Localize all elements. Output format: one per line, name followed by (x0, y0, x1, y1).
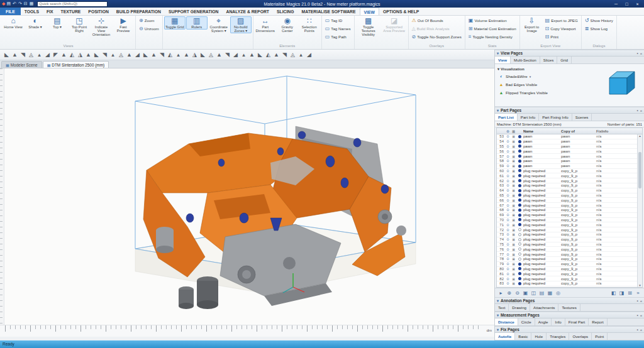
part-thumbnail-icon[interactable]: ▲ (11, 52, 19, 58)
part-thumbnail-icon[interactable]: ▲ (125, 52, 133, 58)
part-pages-header[interactable]: ▾ Part Pages ▪ « (495, 107, 644, 114)
scene-tab-dtm-sinterstation[interactable]: ▦ DTM Sinterstation 2500 (mm) (43, 61, 109, 68)
part-thumbnail-icon[interactable]: ◣ (92, 52, 101, 58)
table-row[interactable]: 77 ⊙ ▣ plug required copy_9_p n/a (497, 252, 637, 257)
part-thumbnail-icon[interactable]: ◥ (280, 52, 289, 58)
visibility-icon[interactable]: ⊙ (505, 150, 511, 153)
part-list-tool-icon[interactable]: ◎ (554, 290, 562, 296)
menu-tab-position[interactable]: POSITION (84, 8, 112, 15)
part-list-tool-icon[interactable]: ▦ (546, 290, 554, 296)
visibility-icon[interactable]: ⊙ (505, 267, 511, 271)
pin-icon[interactable]: ▪ (637, 299, 638, 303)
zoom-button[interactable]: ⊕ Zoom (137, 16, 161, 24)
part-thumbnail-icon[interactable]: ◮ (191, 52, 199, 58)
material-cost-estimation-button[interactable]: ⊞ Material Cost Estimation (467, 24, 518, 33)
supported-area-preview-button[interactable]: ◪ Supported Area Preview (382, 16, 407, 33)
part-thumbnail-icon[interactable]: ◤ (52, 52, 60, 58)
tab-basic[interactable]: Basic (515, 333, 531, 340)
visibility-icon[interactable]: ⊙ (505, 159, 511, 163)
visibility-icon[interactable]: ⊙ (505, 272, 511, 276)
table-row[interactable]: 73 ⊙ ▣ plug required copy_9_p n/a (497, 232, 637, 237)
table-row[interactable]: 56 ⊙ ▣ pawn pawn n/a (497, 149, 637, 154)
part-thumbnail-icon[interactable]: ◭ (68, 52, 76, 58)
table-row[interactable]: 74 ⊙ ▣ plug required copy_9_p n/a (497, 237, 637, 242)
tab-triangles[interactable]: Triangles (547, 333, 569, 340)
collapse-icon[interactable]: ▾ (497, 298, 499, 303)
visibility-icon[interactable]: ⊙ (505, 155, 511, 158)
part-list-tool-icon[interactable]: ⊖ (513, 290, 521, 296)
top-point-right-button[interactable]: ◳ Top Point Right (69, 16, 90, 33)
visibility-icon[interactable]: ⊙ (505, 257, 511, 261)
scene-tab-modeler[interactable]: ▦ Modeler Scene (1, 61, 42, 68)
titlebar-icon[interactable]: ↷ (18, 1, 22, 6)
part-dimensions-button[interactable]: ↔ Part Dimensions (255, 16, 276, 33)
table-row[interactable]: 57 ⊙ ▣ pawn pawn n/a (497, 154, 637, 159)
pin-icon[interactable]: ▪ (637, 52, 638, 55)
part-thumbnail-icon[interactable]: ▲ (150, 52, 158, 58)
pin-icon[interactable]: ▪ (637, 313, 638, 317)
menu-tab-fix[interactable]: FIX (43, 8, 57, 15)
part-thumbnail-icon[interactable]: ▲ (84, 52, 92, 58)
part-thumbnail-icon[interactable]: ▴ (174, 52, 182, 58)
tab-view[interactable]: View (495, 57, 511, 63)
menu-tab-texture[interactable]: TEXTURE (57, 8, 85, 15)
visibility-icon[interactable]: ⊙ (505, 237, 511, 241)
tab-point[interactable]: Point (592, 333, 608, 340)
table-header[interactable]: ⊙ ▣ Name Copy of FixInfo (497, 128, 642, 134)
visibility-icon[interactable]: ⊙ (505, 204, 511, 207)
part-thumbnail-icon[interactable]: ▲ (272, 52, 280, 58)
part-thumbnail-icon[interactable]: ◣ (3, 52, 11, 58)
tab-circle[interactable]: Circle (518, 318, 535, 325)
collapse-panel-icon[interactable]: « (640, 313, 642, 317)
visibility-icon[interactable]: ⊙ (505, 179, 511, 183)
part-thumbnail-icon[interactable]: ◬ (117, 52, 125, 58)
table-row[interactable]: 64 ⊙ ▣ plug required copy_9_p n/a (497, 188, 637, 193)
visibility-icon[interactable]: ⊙ (505, 213, 511, 217)
bad-edges-toggle[interactable]: ▲ Bad Edges Visible (497, 80, 551, 89)
visibility-icon[interactable]: ⊙ (505, 242, 511, 246)
close-button[interactable]: × (633, 1, 642, 8)
table-row[interactable]: 67 ⊙ ▣ plug required copy_9_p n/a (497, 203, 637, 208)
tab-textures[interactable]: Textures (558, 304, 580, 311)
menu-tab-tools[interactable]: TOOLS (21, 8, 43, 15)
tab-part-list[interactable]: Part List (495, 114, 518, 121)
tab-slices[interactable]: Slices (540, 57, 558, 63)
part-thumbnail-icon[interactable]: ◥ (158, 52, 166, 58)
menu-tab-build-preparation[interactable]: BUILD PREPARATION (113, 8, 165, 15)
table-row[interactable]: 65 ⊙ ▣ plug required copy_9_p n/a (497, 193, 637, 198)
part-thumbnail-icon[interactable]: ◭ (264, 52, 272, 58)
part-list-tool-icon[interactable]: ⊕ (505, 290, 513, 296)
visibility-icon[interactable]: ⊙ (505, 277, 511, 281)
table-row[interactable]: 60 ⊙ ▣ plug required copy_9_p n/a (497, 169, 637, 174)
tag-path-button[interactable]: ▭ Tag Path (323, 33, 353, 41)
part-thumbnail-icon[interactable]: ▴ (297, 52, 305, 58)
visibility-icon[interactable]: ⊙ (505, 232, 511, 236)
fix-pages-header[interactable]: ▾ Fix Pages ▪ « (495, 326, 644, 333)
tab-hole[interactable]: Hole (531, 333, 547, 340)
selection-points-button[interactable]: ∷ Selection Points (299, 16, 320, 33)
table-row[interactable]: 68 ⊙ ▣ plug required copy_9_p n/a (497, 208, 637, 213)
table-row[interactable]: 79 ⊙ ▣ plug required copy_9_p n/a (497, 262, 637, 267)
scrollbar-thumb[interactable] (638, 152, 641, 188)
table-row[interactable]: 61 ⊙ ▣ plug required copy_9_p n/a (497, 173, 637, 178)
tab-final-part[interactable]: Final Part (565, 318, 589, 325)
table-row[interactable]: 62 ⊙ ▣ plug required copy_9_p n/a (497, 178, 637, 183)
maximize-button[interactable]: □ (622, 1, 631, 8)
table-scrollbar[interactable]: ▲ ▼ (637, 134, 642, 287)
visibility-icon[interactable]: ⊙ (505, 174, 511, 178)
build-risk-analysis-button[interactable]: ◬ Build Risk Analysis (410, 24, 464, 33)
collapse-panel-icon[interactable]: « (640, 328, 642, 332)
visibility-icon[interactable]: ⊙ (505, 144, 511, 148)
tab-multi-section[interactable]: Multi-Section (511, 57, 540, 63)
menu-tab-slicing[interactable]: SLICING (273, 8, 298, 15)
part-list-tool-icon[interactable]: ◧ (609, 290, 618, 296)
part-thumbnail-icon[interactable]: ▲ (60, 52, 68, 58)
part-thumbnail-icon[interactable]: ▴ (109, 52, 117, 58)
gravity-center-button[interactable]: ◉ Gravity Center (277, 16, 298, 33)
visibility-icon[interactable]: ⊙ (505, 139, 511, 143)
visibility-icon[interactable]: ⊙ (505, 253, 511, 256)
table-row[interactable]: 75 ⊙ ▣ plug required copy_9_p n/a (497, 242, 637, 247)
export-to-image-button[interactable]: ⇩ Export to Image (521, 16, 543, 33)
table-row[interactable]: 66 ⊙ ▣ plug required copy_9_p n/a (497, 198, 637, 203)
tab-overlaps[interactable]: Overlaps (569, 333, 592, 340)
